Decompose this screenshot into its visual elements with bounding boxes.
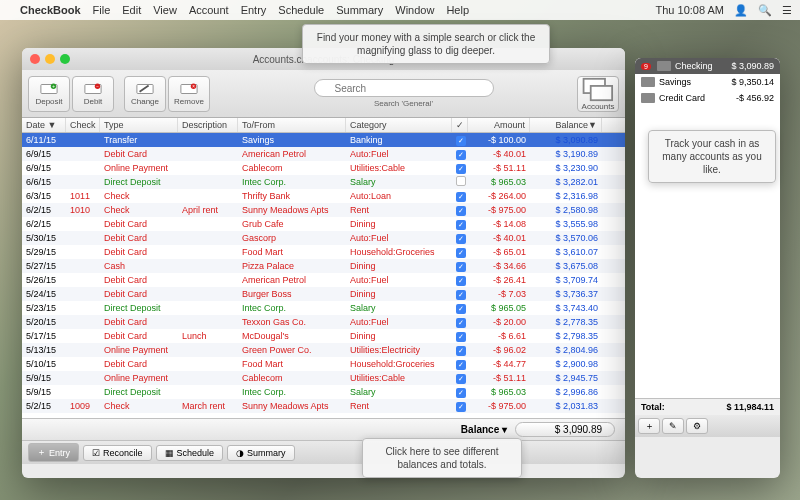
check-icon: ☑ bbox=[92, 448, 100, 458]
account-action-button[interactable]: ⚙ bbox=[686, 418, 708, 434]
menu-file[interactable]: File bbox=[93, 4, 111, 16]
account-row[interactable]: Savings$ 9,350.14 bbox=[635, 74, 780, 90]
menubar: CheckBook File Edit View Account Entry S… bbox=[0, 0, 800, 20]
search-input[interactable] bbox=[314, 79, 494, 97]
tab-entry[interactable]: ＋Entry bbox=[28, 443, 79, 462]
clock: Thu 10:08 AM bbox=[656, 4, 725, 16]
accounts-button[interactable]: Accounts bbox=[577, 76, 619, 112]
bottom-tabs: ＋Entry ☑Reconcile ▦Schedule ◑Summary bbox=[22, 440, 625, 464]
table-row[interactable]: 6/3/151011CheckThrifty BankAuto:Loan✓-$ … bbox=[22, 189, 625, 203]
tab-summary[interactable]: ◑Summary bbox=[227, 445, 295, 461]
close-icon[interactable] bbox=[30, 54, 40, 64]
table-row[interactable]: 5/13/15Online PaymentGreen Power Co.Util… bbox=[22, 343, 625, 357]
menu-help[interactable]: Help bbox=[446, 4, 469, 16]
app-name[interactable]: CheckBook bbox=[20, 4, 81, 16]
tooltip-search: Find your money with a simple search or … bbox=[302, 24, 550, 64]
table-row[interactable]: 6/6/15Direct DepositIntec Corp.Salary$ 9… bbox=[22, 175, 625, 189]
tab-schedule[interactable]: ▦Schedule bbox=[156, 445, 224, 461]
table-row[interactable]: 5/9/15Direct DepositIntec Corp.Salary✓$ … bbox=[22, 385, 625, 399]
menu-summary[interactable]: Summary bbox=[336, 4, 383, 16]
table-row[interactable]: 5/27/15CashPizza PalaceDining✓-$ 34.66$ … bbox=[22, 259, 625, 273]
menu-account[interactable]: Account bbox=[189, 4, 229, 16]
balance-dropdown[interactable]: Balance ▾ bbox=[461, 424, 507, 435]
menu-entry[interactable]: Entry bbox=[241, 4, 267, 16]
edit-account-button[interactable]: ✎ bbox=[662, 418, 684, 434]
add-account-button[interactable]: ＋ bbox=[638, 418, 660, 434]
search-icon[interactable]: 🔍 bbox=[758, 4, 772, 17]
menu-icon[interactable]: ☰ bbox=[782, 4, 792, 17]
debit-button[interactable]: −Debit bbox=[72, 76, 114, 112]
calendar-icon: ▦ bbox=[165, 448, 174, 458]
table-row[interactable]: 5/10/15Debit CardFood MartHousehold:Groc… bbox=[22, 357, 625, 371]
table-header[interactable]: Date ▼ Check Type Description To/From Ca… bbox=[22, 118, 625, 133]
account-row[interactable]: 9Checking$ 3,090.89 bbox=[635, 58, 780, 74]
menu-view[interactable]: View bbox=[153, 4, 177, 16]
accounts-total: Total: $ 11,984.11 bbox=[635, 399, 780, 415]
table-row[interactable]: 6/2/151010CheckApril rentSunny Meadows A… bbox=[22, 203, 625, 217]
table-row[interactable]: 6/9/15Debit CardAmerican PetrolAuto:Fuel… bbox=[22, 147, 625, 161]
toolbar: +Deposit −Debit Change ×Remove Search 'G… bbox=[22, 70, 625, 118]
balance-value: $ 3,090.89 bbox=[515, 422, 615, 437]
table-row[interactable]: 5/2/151009CheckMarch rentSunny Meadows A… bbox=[22, 399, 625, 413]
table-row[interactable]: 6/9/15Online PaymentCablecomUtilities:Ca… bbox=[22, 161, 625, 175]
table-row[interactable]: 5/23/15Direct DepositIntec Corp.Salary✓$… bbox=[22, 301, 625, 315]
remove-button[interactable]: ×Remove bbox=[168, 76, 210, 112]
svg-rect-11 bbox=[591, 85, 612, 99]
svg-text:+: + bbox=[52, 84, 55, 89]
table-row[interactable]: 5/26/15Debit CardAmerican PetrolAuto:Fue… bbox=[22, 273, 625, 287]
chart-icon: ◑ bbox=[236, 448, 244, 458]
svg-text:×: × bbox=[192, 84, 195, 89]
change-button[interactable]: Change bbox=[124, 76, 166, 112]
tooltip-accounts: Track your cash in as many accounts as y… bbox=[648, 130, 776, 183]
table-row[interactable]: 5/24/15Debit CardBurger BossDining✓-$ 7.… bbox=[22, 287, 625, 301]
account-row[interactable]: Credit Card-$ 456.92 bbox=[635, 90, 780, 106]
table-row[interactable]: 5/30/15Debit CardGascorpAuto:Fuel✓-$ 40.… bbox=[22, 231, 625, 245]
menu-schedule[interactable]: Schedule bbox=[278, 4, 324, 16]
svg-text:−: − bbox=[96, 84, 99, 89]
transactions-table: Date ▼ Check Type Description To/From Ca… bbox=[22, 118, 625, 418]
table-row[interactable]: 5/20/15Debit CardTexxon Gas Co.Auto:Fuel… bbox=[22, 315, 625, 329]
main-window: Accounts.cbaccounts: Checking +Deposit −… bbox=[22, 48, 625, 478]
minimize-icon[interactable] bbox=[45, 54, 55, 64]
tooltip-balance: Click here to see different balances and… bbox=[362, 438, 522, 478]
table-row[interactable]: 5/29/15Debit CardFood MartHousehold:Groc… bbox=[22, 245, 625, 259]
balance-footer: Balance ▾ $ 3,090.89 bbox=[22, 418, 625, 440]
table-row[interactable]: 5/9/15Online PaymentCablecomUtilities:Ca… bbox=[22, 371, 625, 385]
menu-edit[interactable]: Edit bbox=[122, 4, 141, 16]
zoom-icon[interactable] bbox=[60, 54, 70, 64]
accounts-panel: 9Checking$ 3,090.89Savings$ 9,350.14Cred… bbox=[635, 58, 780, 478]
search-scope-label: Search 'General' bbox=[374, 99, 433, 108]
deposit-button[interactable]: +Deposit bbox=[28, 76, 70, 112]
tab-reconcile[interactable]: ☑Reconcile bbox=[83, 445, 152, 461]
table-row[interactable]: 6/11/15TransferSavingsBanking✓-$ 100.00$… bbox=[22, 133, 625, 147]
table-row[interactable]: 5/17/15Debit CardLunchMcDougal'sDining✓-… bbox=[22, 329, 625, 343]
table-row[interactable]: 6/2/15Debit CardGrub CafeDining✓-$ 14.08… bbox=[22, 217, 625, 231]
plus-icon: ＋ bbox=[37, 446, 46, 459]
menu-window[interactable]: Window bbox=[395, 4, 434, 16]
user-icon[interactable]: 👤 bbox=[734, 4, 748, 17]
